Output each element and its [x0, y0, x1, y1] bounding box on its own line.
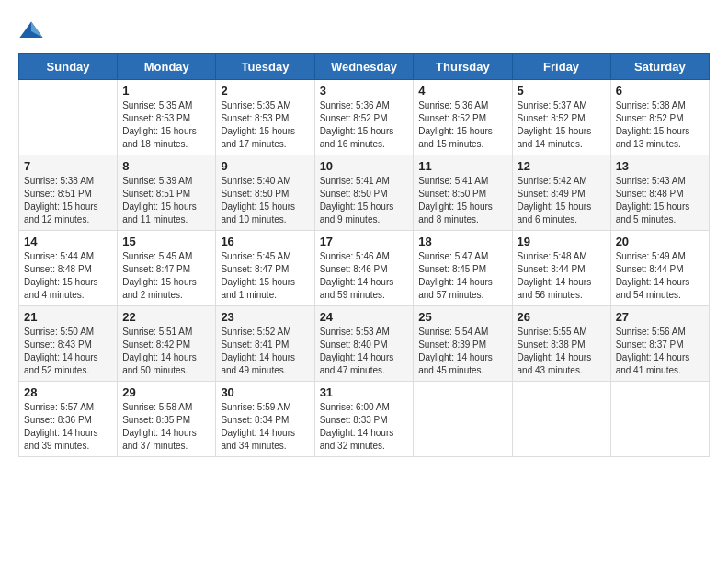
day-info: Sunrise: 5:58 AM Sunset: 8:35 PM Dayligh…	[122, 401, 210, 453]
day-number: 12	[518, 159, 606, 173]
day-number: 10	[320, 159, 409, 173]
calendar-week-row: 7Sunrise: 5:38 AM Sunset: 8:51 PM Daylig…	[19, 155, 710, 231]
calendar-cell: 19Sunrise: 5:48 AM Sunset: 8:44 PM Dayli…	[512, 231, 610, 306]
calendar-cell: 4Sunrise: 5:36 AM Sunset: 8:52 PM Daylig…	[414, 80, 512, 155]
day-number: 1	[122, 84, 210, 98]
calendar-cell: 8Sunrise: 5:39 AM Sunset: 8:51 PM Daylig…	[118, 155, 216, 231]
calendar-table: SundayMondayTuesdayWednesdayThursdayFrid…	[18, 53, 710, 457]
calendar-cell: 29Sunrise: 5:58 AM Sunset: 8:35 PM Dayli…	[118, 382, 216, 457]
day-info: Sunrise: 5:59 AM Sunset: 8:34 PM Dayligh…	[221, 401, 309, 453]
weekday-header: Friday	[512, 54, 610, 80]
calendar-cell: 20Sunrise: 5:49 AM Sunset: 8:44 PM Dayli…	[610, 231, 709, 306]
calendar-cell: 13Sunrise: 5:43 AM Sunset: 8:48 PM Dayli…	[610, 155, 709, 231]
day-number: 4	[418, 84, 506, 98]
calendar-cell: 12Sunrise: 5:42 AM Sunset: 8:49 PM Dayli…	[512, 155, 610, 231]
calendar-week-row: 14Sunrise: 5:44 AM Sunset: 8:48 PM Dayli…	[19, 231, 710, 306]
day-info: Sunrise: 5:55 AM Sunset: 8:38 PM Dayligh…	[518, 326, 606, 377]
day-number: 5	[518, 84, 606, 98]
calendar-cell: 26Sunrise: 5:55 AM Sunset: 8:38 PM Dayli…	[512, 306, 610, 382]
calendar-cell: 6Sunrise: 5:38 AM Sunset: 8:52 PM Daylig…	[610, 80, 709, 155]
day-info: Sunrise: 5:36 AM Sunset: 8:52 PM Dayligh…	[418, 99, 506, 151]
day-number: 19	[518, 235, 606, 248]
weekday-row: SundayMondayTuesdayWednesdayThursdayFrid…	[19, 54, 710, 80]
calendar-week-row: 1Sunrise: 5:35 AM Sunset: 8:53 PM Daylig…	[19, 80, 710, 155]
day-info: Sunrise: 5:47 AM Sunset: 8:45 PM Dayligh…	[418, 250, 506, 302]
day-number: 26	[518, 310, 606, 324]
calendar-cell: 11Sunrise: 5:41 AM Sunset: 8:50 PM Dayli…	[414, 155, 512, 231]
calendar-cell: 10Sunrise: 5:41 AM Sunset: 8:50 PM Dayli…	[314, 155, 414, 231]
calendar-week-row: 21Sunrise: 5:50 AM Sunset: 8:43 PM Dayli…	[19, 306, 710, 382]
weekday-header: Sunday	[19, 54, 118, 80]
day-number: 13	[616, 159, 704, 173]
weekday-header: Tuesday	[216, 54, 314, 80]
day-number: 17	[320, 235, 409, 248]
calendar-header: SundayMondayTuesdayWednesdayThursdayFrid…	[19, 54, 710, 80]
day-info: Sunrise: 5:51 AM Sunset: 8:42 PM Dayligh…	[122, 326, 210, 377]
page-header	[18, 18, 710, 44]
calendar-cell: 31Sunrise: 6:00 AM Sunset: 8:33 PM Dayli…	[314, 382, 414, 457]
day-number: 29	[122, 385, 210, 399]
day-number: 11	[418, 159, 506, 173]
day-info: Sunrise: 5:37 AM Sunset: 8:52 PM Dayligh…	[518, 99, 606, 151]
calendar-cell	[414, 382, 512, 457]
day-info: Sunrise: 5:56 AM Sunset: 8:37 PM Dayligh…	[616, 326, 704, 377]
calendar-cell: 28Sunrise: 5:57 AM Sunset: 8:36 PM Dayli…	[19, 382, 118, 457]
calendar-cell	[19, 80, 118, 155]
calendar-cell: 9Sunrise: 5:40 AM Sunset: 8:50 PM Daylig…	[216, 155, 314, 231]
day-number: 22	[122, 310, 210, 324]
day-info: Sunrise: 5:52 AM Sunset: 8:41 PM Dayligh…	[221, 326, 309, 377]
day-info: Sunrise: 5:49 AM Sunset: 8:44 PM Dayligh…	[616, 250, 704, 302]
calendar-cell: 24Sunrise: 5:53 AM Sunset: 8:40 PM Dayli…	[314, 306, 414, 382]
calendar-cell: 22Sunrise: 5:51 AM Sunset: 8:42 PM Dayli…	[118, 306, 216, 382]
day-number: 6	[616, 84, 704, 98]
calendar-cell: 18Sunrise: 5:47 AM Sunset: 8:45 PM Dayli…	[414, 231, 512, 306]
calendar-cell: 7Sunrise: 5:38 AM Sunset: 8:51 PM Daylig…	[19, 155, 118, 231]
day-info: Sunrise: 5:46 AM Sunset: 8:46 PM Dayligh…	[320, 250, 409, 302]
day-info: Sunrise: 5:43 AM Sunset: 8:48 PM Dayligh…	[616, 175, 704, 226]
day-info: Sunrise: 5:35 AM Sunset: 8:53 PM Dayligh…	[221, 99, 309, 151]
day-number: 23	[221, 310, 309, 324]
day-info: Sunrise: 6:00 AM Sunset: 8:33 PM Dayligh…	[320, 401, 409, 453]
day-info: Sunrise: 5:39 AM Sunset: 8:51 PM Dayligh…	[122, 175, 210, 226]
day-number: 18	[418, 235, 506, 248]
day-number: 7	[24, 159, 112, 173]
day-number: 20	[616, 235, 704, 248]
day-info: Sunrise: 5:57 AM Sunset: 8:36 PM Dayligh…	[24, 401, 112, 453]
calendar-cell: 15Sunrise: 5:45 AM Sunset: 8:47 PM Dayli…	[118, 231, 216, 306]
calendar-cell: 2Sunrise: 5:35 AM Sunset: 8:53 PM Daylig…	[216, 80, 314, 155]
day-info: Sunrise: 5:38 AM Sunset: 8:51 PM Dayligh…	[24, 175, 112, 226]
calendar-cell: 27Sunrise: 5:56 AM Sunset: 8:37 PM Dayli…	[610, 306, 709, 382]
calendar-cell: 14Sunrise: 5:44 AM Sunset: 8:48 PM Dayli…	[19, 231, 118, 306]
weekday-header: Saturday	[610, 54, 709, 80]
day-info: Sunrise: 5:50 AM Sunset: 8:43 PM Dayligh…	[24, 326, 112, 377]
day-info: Sunrise: 5:54 AM Sunset: 8:39 PM Dayligh…	[418, 326, 506, 377]
calendar-cell: 30Sunrise: 5:59 AM Sunset: 8:34 PM Dayli…	[216, 382, 314, 457]
calendar-cell: 5Sunrise: 5:37 AM Sunset: 8:52 PM Daylig…	[512, 80, 610, 155]
day-number: 21	[24, 310, 112, 324]
day-info: Sunrise: 5:53 AM Sunset: 8:40 PM Dayligh…	[320, 326, 409, 377]
day-number: 15	[122, 235, 210, 248]
day-info: Sunrise: 5:38 AM Sunset: 8:52 PM Dayligh…	[616, 99, 704, 151]
day-info: Sunrise: 5:45 AM Sunset: 8:47 PM Dayligh…	[221, 250, 309, 302]
day-number: 27	[616, 310, 704, 324]
calendar-cell: 1Sunrise: 5:35 AM Sunset: 8:53 PM Daylig…	[118, 80, 216, 155]
day-info: Sunrise: 5:42 AM Sunset: 8:49 PM Dayligh…	[518, 175, 606, 226]
day-number: 24	[320, 310, 409, 324]
day-info: Sunrise: 5:41 AM Sunset: 8:50 PM Dayligh…	[418, 175, 506, 226]
calendar-cell: 21Sunrise: 5:50 AM Sunset: 8:43 PM Dayli…	[19, 306, 118, 382]
day-info: Sunrise: 5:35 AM Sunset: 8:53 PM Dayligh…	[122, 99, 210, 151]
day-number: 14	[24, 235, 112, 248]
day-number: 16	[221, 235, 309, 248]
logo	[18, 18, 48, 44]
day-number: 25	[418, 310, 506, 324]
calendar-cell: 23Sunrise: 5:52 AM Sunset: 8:41 PM Dayli…	[216, 306, 314, 382]
calendar-cell	[512, 382, 610, 457]
day-info: Sunrise: 5:44 AM Sunset: 8:48 PM Dayligh…	[24, 250, 112, 302]
calendar-cell: 25Sunrise: 5:54 AM Sunset: 8:39 PM Dayli…	[414, 306, 512, 382]
calendar-body: 1Sunrise: 5:35 AM Sunset: 8:53 PM Daylig…	[19, 80, 710, 457]
day-info: Sunrise: 5:36 AM Sunset: 8:52 PM Dayligh…	[320, 99, 409, 151]
day-info: Sunrise: 5:48 AM Sunset: 8:44 PM Dayligh…	[518, 250, 606, 302]
day-number: 3	[320, 84, 409, 98]
logo-icon	[18, 18, 44, 44]
day-info: Sunrise: 5:40 AM Sunset: 8:50 PM Dayligh…	[221, 175, 309, 226]
